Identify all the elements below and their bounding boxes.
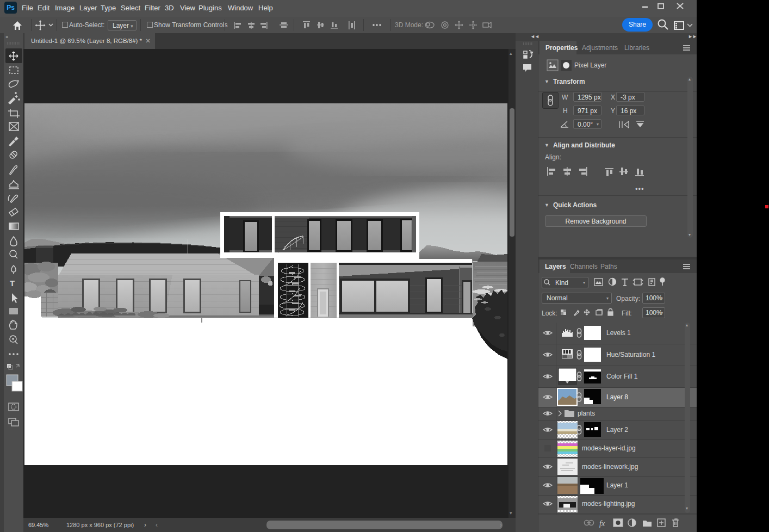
svg-text:T: T <box>10 279 15 288</box>
svg-text:fx: fx <box>599 519 605 528</box>
svg-text:Layer 8: Layer 8 <box>606 393 628 401</box>
svg-text:Layer 2: Layer 2 <box>606 426 628 434</box>
svg-text:modes-lighting.jpg: modes-lighting.jpg <box>582 500 635 508</box>
svg-text:Color Fill 1: Color Fill 1 <box>606 373 638 380</box>
svg-text:modes-layer-id.jpg: modes-layer-id.jpg <box>582 444 636 452</box>
svg-text:Hue/Saturation 1: Hue/Saturation 1 <box>606 351 655 358</box>
svg-text:modes-linework.jpg: modes-linework.jpg <box>582 463 638 471</box>
svg-text:plants: plants <box>578 410 595 417</box>
svg-text:»: » <box>5 34 8 40</box>
svg-text:Levels 1: Levels 1 <box>606 329 631 337</box>
svg-text:Layer 1: Layer 1 <box>606 481 628 489</box>
